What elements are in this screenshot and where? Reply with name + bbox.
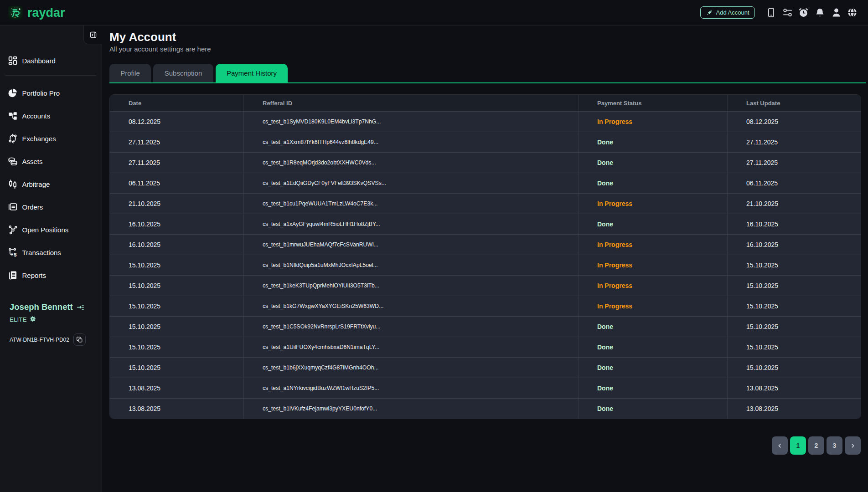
svg-text:$: $	[13, 252, 16, 257]
